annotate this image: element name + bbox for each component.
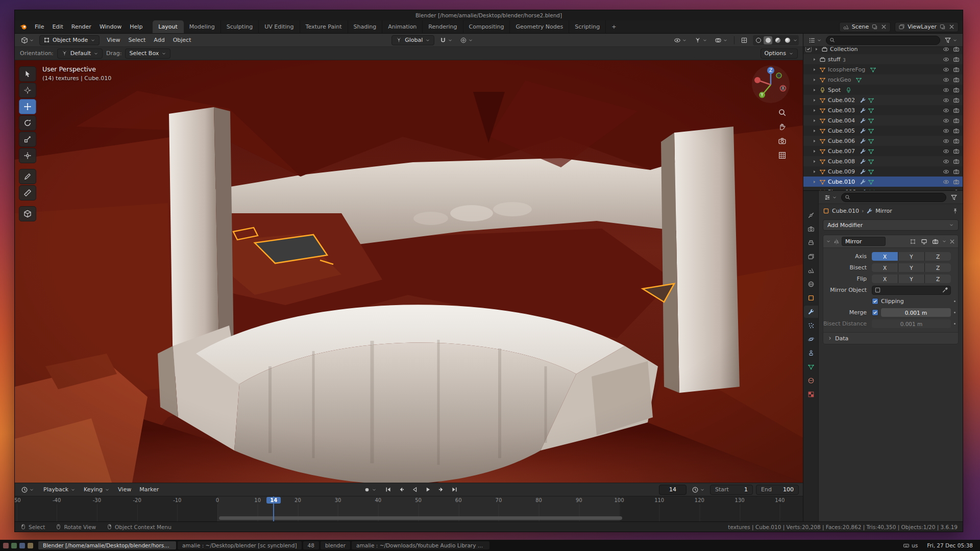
transform-orientation-dropdown[interactable]: Global (391, 35, 434, 45)
properties-tab-object[interactable] (804, 292, 818, 304)
merge-threshold-field[interactable]: 0.001 m (881, 308, 951, 317)
disable-in-render-icon[interactable] (953, 87, 960, 93)
merge-checkbox[interactable] (872, 309, 878, 316)
hide-in-viewport-icon[interactable] (943, 158, 949, 165)
outliner-row-cube-003[interactable]: Cube.003 (803, 105, 963, 115)
disable-in-render-icon[interactable] (953, 97, 960, 104)
realtime-display-toggle[interactable] (919, 237, 928, 246)
shading-solid-button[interactable] (764, 36, 772, 44)
next-keyframe-button[interactable] (435, 485, 447, 495)
tool-rotate[interactable] (19, 115, 36, 131)
properties-tab-particles[interactable] (804, 319, 818, 332)
launcher-icon[interactable] (3, 543, 9, 548)
properties-tab-view-layer[interactable] (804, 251, 818, 263)
workspace-tab-modeling[interactable]: Modeling (184, 20, 221, 33)
disable-in-render-icon[interactable] (953, 56, 960, 63)
3d-viewport[interactable]: User Perspective (14) textures | Cube.01… (15, 60, 803, 483)
axis-x-button[interactable]: X (872, 252, 898, 261)
jump-to-start-button[interactable] (382, 485, 394, 495)
properties-tab-material[interactable] (804, 374, 818, 387)
disclosure-icon[interactable] (812, 190, 817, 191)
drag-setting-dropdown[interactable]: Select Box (125, 48, 170, 59)
properties-search-field[interactable] (841, 193, 946, 202)
properties-tab-physics[interactable] (804, 333, 818, 345)
disclosure-icon[interactable] (812, 180, 817, 184)
tool-scale[interactable] (19, 132, 36, 147)
bisect-x-button[interactable]: X (872, 263, 898, 272)
proportional-editing-dropdown[interactable] (458, 35, 475, 45)
tool-cursor[interactable] (19, 83, 36, 98)
pan-hand-icon[interactable] (778, 122, 787, 131)
disclosure-icon[interactable] (812, 108, 817, 113)
add-workspace-button[interactable]: + (607, 23, 621, 30)
launcher-icon[interactable] (19, 543, 25, 548)
disable-in-render-icon[interactable] (953, 66, 960, 73)
outliner-row-plane-006[interactable]: Plane.006 (803, 187, 963, 190)
eyedropper-icon[interactable] (942, 287, 948, 293)
hide-in-viewport-icon[interactable] (943, 66, 949, 73)
disable-in-render-icon[interactable] (953, 77, 960, 83)
tool-annotate[interactable] (19, 169, 36, 184)
current-frame-field[interactable]: 14 (659, 485, 687, 495)
hide-in-viewport-icon[interactable] (943, 87, 949, 93)
hide-in-viewport-icon[interactable] (943, 148, 949, 155)
scene-selector[interactable]: Scene (839, 22, 891, 32)
properties-tab-output[interactable] (804, 237, 818, 249)
launcher-icon[interactable] (11, 543, 17, 548)
disable-in-render-icon[interactable] (953, 138, 960, 144)
disclosure-icon[interactable] (812, 78, 817, 82)
axis-z-button[interactable]: Z (925, 252, 951, 261)
duplicate-scene-icon[interactable] (871, 23, 878, 30)
properties-tab-render[interactable] (804, 223, 818, 235)
properties-editor-selector[interactable] (822, 192, 839, 203)
disclosure-icon[interactable] (812, 88, 817, 92)
clipping-checkbox[interactable] (872, 298, 878, 305)
hide-in-viewport-icon[interactable] (943, 117, 949, 124)
shading-rendered-button[interactable] (783, 36, 792, 44)
add-modifier-button[interactable]: Add Modifier (823, 219, 959, 231)
hide-in-viewport-icon[interactable] (943, 107, 949, 114)
disable-in-render-icon[interactable] (953, 158, 960, 165)
menu-edit[interactable]: Edit (48, 22, 67, 32)
navigation-gizmo[interactable]: Z Y X (751, 64, 791, 104)
disclosure-icon[interactable] (812, 149, 817, 154)
workspace-tab-shading[interactable]: Shading (348, 20, 383, 33)
collection-checkbox[interactable] (805, 47, 812, 52)
outliner-row-rockgeo[interactable]: rockGeo (803, 74, 963, 85)
disable-in-render-icon[interactable] (953, 189, 960, 191)
outliner-row-spot[interactable]: Spot (803, 85, 963, 95)
hide-in-viewport-icon[interactable] (943, 128, 949, 134)
flip-y-button[interactable]: Y (898, 274, 924, 283)
workspace-tab-animation[interactable]: Animation (382, 20, 423, 33)
tool-transform[interactable] (19, 148, 36, 163)
disable-in-render-icon[interactable] (953, 168, 960, 175)
taskbar-clock[interactable]: Fri, 27 Dec 05:38 (923, 542, 977, 548)
disclosure-icon[interactable] (812, 139, 817, 143)
menu-window[interactable]: Window (95, 22, 126, 32)
taskbar-window-blender[interactable]: blender (321, 541, 350, 549)
breadcrumb-modifier[interactable]: Mirror (875, 208, 892, 214)
properties-tab-tool[interactable] (804, 209, 818, 221)
outliner-row-cube-002[interactable]: Cube.002 (803, 95, 963, 105)
timeline-editor-selector[interactable] (19, 485, 36, 495)
taskbar-window-blender-home-amalie-desktop-bl[interactable]: Blender [/home/amalie/Desktop/blender/ho… (38, 541, 176, 549)
properties-tab-scene[interactable] (804, 264, 818, 277)
hide-in-viewport-icon[interactable] (943, 168, 949, 175)
disclosure-icon[interactable] (812, 159, 817, 164)
outliner-row-cube-010[interactable]: Cube.010 (803, 177, 963, 187)
outliner-row-cube-005[interactable]: Cube.005 (803, 126, 963, 136)
render-toggle[interactable] (930, 237, 940, 246)
workspace-tab-rendering[interactable]: Rendering (423, 20, 463, 33)
taskbar-window-48[interactable]: 48 (303, 541, 319, 549)
flip-z-button[interactable]: Z (925, 274, 951, 283)
previous-keyframe-button[interactable] (395, 485, 407, 495)
editor-type-selector[interactable] (19, 35, 36, 45)
xray-toggle[interactable] (739, 35, 750, 45)
camera-view-icon[interactable] (778, 137, 787, 145)
frame-start-field[interactable]: Start 1 (710, 485, 753, 495)
keyboard-layout[interactable]: us (900, 542, 921, 549)
chevron-down-icon[interactable] (793, 38, 798, 43)
flip-x-button[interactable]: X (872, 274, 898, 283)
delete-scene-icon[interactable] (880, 23, 887, 30)
disable-in-render-icon[interactable] (953, 117, 960, 124)
